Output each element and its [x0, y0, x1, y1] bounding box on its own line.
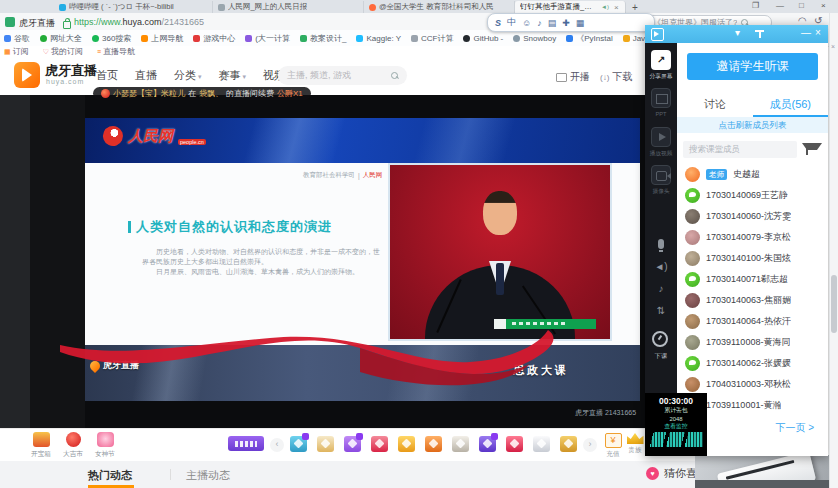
ime-keyboard-icon[interactable]: ▤: [548, 18, 557, 28]
download-button[interactable]: (↓)下载: [600, 70, 632, 84]
play-video-button[interactable]: [651, 127, 671, 147]
gift-light-stick-icon[interactable]: [344, 436, 361, 452]
member-search-input[interactable]: 搜索课堂成员: [683, 141, 797, 158]
bookmark-item[interactable]: 上网导航: [141, 33, 183, 44]
gift-capsule-icon[interactable]: [533, 436, 550, 452]
music-icon[interactable]: ♪: [645, 283, 677, 294]
pin-icon[interactable]: [755, 30, 764, 32]
bookmark-item[interactable]: 《PyInstal: [566, 33, 612, 44]
member-row[interactable]: 17030140063-焦丽媚: [677, 290, 828, 311]
promo-treasure-box[interactable]: 开宝箱: [26, 432, 56, 459]
gift-heart-icon[interactable]: [506, 436, 523, 452]
gift-scroll-right-icon[interactable]: ›: [583, 438, 597, 452]
gift-scroll-left-icon[interactable]: ‹: [270, 438, 284, 452]
ime-mic-icon[interactable]: ♪: [537, 18, 542, 28]
invite-students-button[interactable]: 邀请学生听课: [687, 53, 818, 80]
member-row[interactable]: 17030140079-李京松: [677, 227, 828, 248]
network-stats-box[interactable]: 00:30:00 累计丢包 2048 查看监控: [645, 393, 707, 456]
collapse-icon[interactable]: ▾: [735, 27, 740, 38]
bookmark-item[interactable]: CCF计算: [411, 33, 453, 44]
gift-chest-icon[interactable]: [560, 436, 577, 452]
bookmark-item[interactable]: 教案设计_: [300, 33, 346, 44]
ime-toolbar[interactable]: S 中 ☺ ♪ ▤ ✚ ▦: [487, 13, 655, 32]
subnav-subscribe[interactable]: ▦订阅: [4, 46, 29, 57]
ime-skin-icon[interactable]: ▦: [576, 18, 585, 28]
gift-coin-bag-icon[interactable]: [317, 436, 334, 452]
camera-button[interactable]: [651, 165, 671, 185]
speaker-volume-icon[interactable]: ◄): [645, 261, 677, 272]
gift-rose-icon[interactable]: [371, 436, 388, 452]
switch-icon[interactable]: ⇅: [645, 305, 677, 316]
promo-goddess-day[interactable]: 女神节: [90, 432, 120, 459]
gift-trophy-icon[interactable]: [398, 436, 415, 452]
bookmark-item[interactable]: 360搜索: [92, 33, 131, 44]
ppt-button[interactable]: [651, 88, 671, 108]
ime-lang-toggle[interactable]: 中: [507, 16, 516, 29]
tab-audio-icon[interactable]: ◄): [601, 4, 609, 10]
tab-members[interactable]: 成员(56): [753, 93, 829, 115]
view-monitor-link[interactable]: 查看监控: [648, 422, 704, 430]
bookmark-item[interactable]: Kaggle: Y: [356, 34, 401, 43]
tab-students[interactable]: @全国大学生 教育部社科司和人民: [364, 1, 515, 13]
tab-huya-active[interactable]: 钉钉其他手游直播_钉钉视频直播 ◄) ×: [515, 1, 626, 13]
panel-titlebar[interactable]: ▾ — ×: [645, 25, 828, 43]
microphone-icon[interactable]: [658, 239, 664, 249]
ime-toolbox-icon[interactable]: ✚: [562, 18, 570, 28]
gift-camera-icon[interactable]: [452, 436, 469, 452]
tab-hot-feed[interactable]: 热门动态: [88, 468, 132, 483]
refresh-member-list[interactable]: 点击刷新成员列表: [677, 117, 828, 133]
tab-peoplesdaily[interactable]: 人民网_网上的人民日报: [213, 1, 364, 13]
panel-close-icon[interactable]: ×: [815, 27, 821, 38]
url-text[interactable]: https://www.huya.com/21431665: [74, 17, 204, 27]
ime-smiley-icon[interactable]: ☺: [522, 18, 531, 28]
bookmark-item[interactable]: 网址大全: [40, 33, 82, 44]
gift-magic-book-icon[interactable]: [479, 436, 496, 452]
end-class-clock-icon[interactable]: [652, 331, 668, 347]
ad-image[interactable]: [695, 455, 838, 488]
nav-live[interactable]: 直播: [135, 68, 157, 83]
search-icon[interactable]: [391, 72, 398, 79]
filter-icon[interactable]: [802, 143, 822, 157]
member-row[interactable]: 17030140100-朱国炫: [677, 248, 828, 269]
video-player[interactable]: 人民网 people.cn 教育部社会科学司 | 人民网 人类对自然的认识和态度…: [0, 95, 648, 428]
nav-home[interactable]: 首页: [96, 68, 118, 83]
bookmark-item[interactable]: 游戏中心: [193, 33, 235, 44]
panel-minimize-icon[interactable]: —: [801, 27, 811, 38]
subnav-live-nav[interactable]: ≡直播导航: [97, 46, 135, 57]
member-row[interactable]: 老师史越超: [677, 164, 828, 185]
nav-match[interactable]: 赛事▾: [219, 68, 247, 83]
huya-search-input[interactable]: 主播, 频道, 游戏: [278, 66, 407, 85]
member-row[interactable]: 17030140064-热依汗: [677, 311, 828, 332]
new-tab-button[interactable]: +: [632, 2, 638, 13]
tab-bilibili[interactable]: 哔哩哔哩 ( ´- ´)つロ 干杯~-bilibil: [54, 1, 213, 13]
promo-lucky-market[interactable]: 大吉市: [58, 432, 88, 459]
member-row[interactable]: 17039110008-黄海同: [677, 332, 828, 353]
gift-sword-icon[interactable]: [290, 436, 307, 452]
huya-logo-icon[interactable]: [14, 62, 40, 88]
browser-scrollbar[interactable]: ×: [829, 13, 838, 488]
broadcast-button[interactable]: 开播: [556, 70, 590, 84]
window-minimize-button[interactable]: —: [776, 1, 784, 10]
bookmark-item[interactable]: Snowboy: [513, 34, 556, 43]
gift-spinner-icon[interactable]: [425, 436, 442, 452]
tab-discussion[interactable]: 讨论: [677, 93, 753, 115]
tab-close-icon[interactable]: ×: [614, 3, 619, 12]
end-class-button[interactable]: 下课: [647, 352, 675, 361]
window-panel-button[interactable]: ❐: [752, 1, 759, 10]
member-row[interactable]: 17030140062-张媛媛: [677, 353, 828, 374]
subnav-my-subscribe[interactable]: ♡我的订阅: [43, 46, 83, 57]
member-row[interactable]: 17030140060-沈芳雯: [677, 206, 828, 227]
bookmark-item[interactable]: GitHub -: [463, 34, 503, 43]
close-icon[interactable]: ×: [831, 43, 835, 50]
member-row[interactable]: 17030140069王艺静: [677, 185, 828, 206]
share-screen-button[interactable]: ↗: [651, 50, 671, 70]
window-maximize-button[interactable]: □: [799, 1, 804, 10]
member-row[interactable]: 17040310003-邓秋松: [677, 374, 828, 395]
privilege-badge-icon[interactable]: [228, 436, 264, 451]
bookmark-item[interactable]: 谷歌: [4, 33, 30, 44]
bookmark-item[interactable]: (大一计算: [245, 33, 290, 44]
nav-category[interactable]: 分类▾: [174, 68, 202, 83]
window-close-button[interactable]: ×: [821, 1, 826, 10]
tab-streamer-feed[interactable]: 主播动态: [186, 468, 230, 483]
scrollbar-thumb[interactable]: [831, 275, 837, 333]
